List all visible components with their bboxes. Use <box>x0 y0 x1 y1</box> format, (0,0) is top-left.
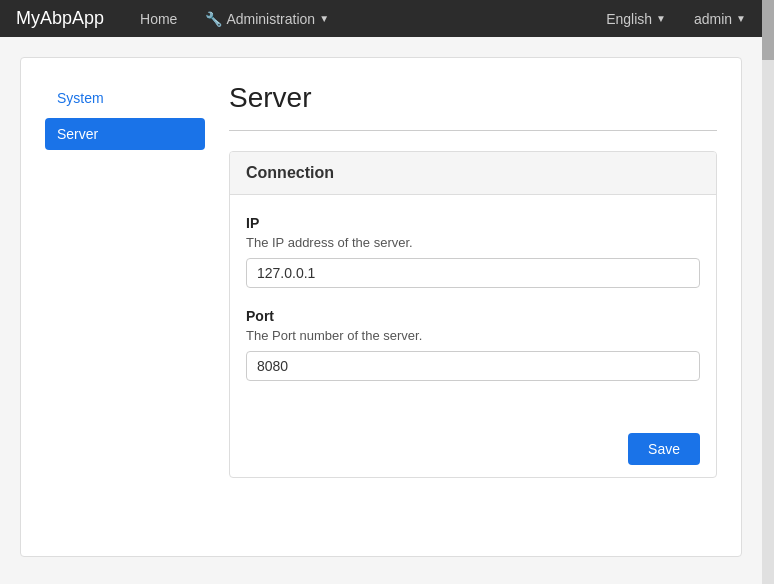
navbar: MyAbpApp Home 🔧 Administration ▼ English… <box>0 0 774 37</box>
ip-hint: The IP address of the server. <box>246 235 700 250</box>
chevron-down-icon-lang: ▼ <box>656 13 666 24</box>
divider <box>229 130 717 131</box>
card-body: IP The IP address of the server. Port Th… <box>230 195 716 421</box>
main-content: Server Connection IP The IP address of t… <box>229 82 717 532</box>
nav-language[interactable]: English ▼ <box>594 5 678 33</box>
ip-input[interactable] <box>246 258 700 288</box>
ip-form-group: IP The IP address of the server. <box>246 215 700 288</box>
card-header: Connection <box>230 152 716 195</box>
wrench-icon: 🔧 <box>205 11 222 27</box>
page-title: Server <box>229 82 717 114</box>
save-button[interactable]: Save <box>628 433 700 465</box>
ip-label: IP <box>246 215 700 231</box>
port-label: Port <box>246 308 700 324</box>
chevron-down-icon: ▼ <box>319 13 329 24</box>
brand-link[interactable]: MyAbpApp <box>16 8 104 29</box>
port-form-group: Port The Port number of the server. <box>246 308 700 381</box>
sidebar-item-server[interactable]: Server <box>45 118 205 150</box>
nav-links: Home 🔧 Administration ▼ <box>128 5 594 33</box>
nav-admin[interactable]: admin ▼ <box>682 5 758 33</box>
chevron-down-icon-admin: ▼ <box>736 13 746 24</box>
connection-card: Connection IP The IP address of the serv… <box>229 151 717 478</box>
nav-home[interactable]: Home <box>128 5 189 33</box>
sidebar: System Server <box>45 82 205 532</box>
scrollbar[interactable] <box>762 0 774 584</box>
port-input[interactable] <box>246 351 700 381</box>
nav-right: English ▼ admin ▼ <box>594 5 758 33</box>
scrollbar-thumb[interactable] <box>762 0 774 60</box>
port-hint: The Port number of the server. <box>246 328 700 343</box>
page-container: System Server Server Connection IP The I… <box>20 57 742 557</box>
nav-administration[interactable]: 🔧 Administration ▼ <box>193 5 341 33</box>
sidebar-item-system[interactable]: System <box>45 82 205 114</box>
card-footer: Save <box>230 421 716 477</box>
